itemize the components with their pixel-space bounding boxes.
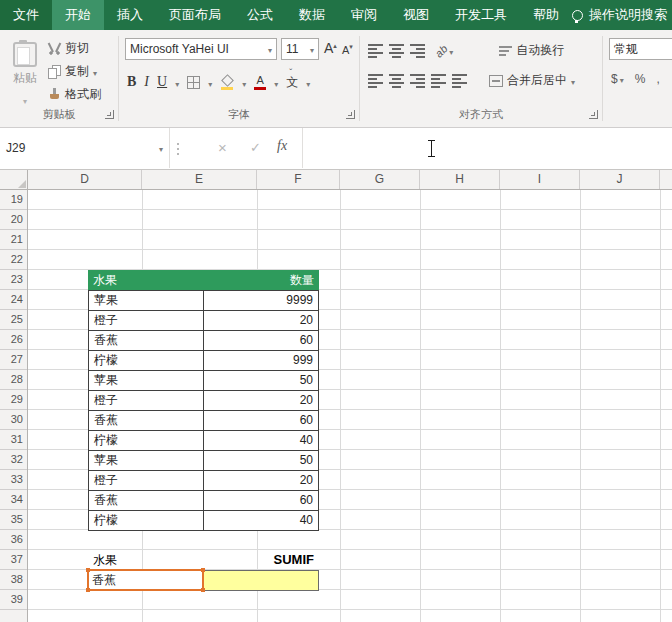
- enter-button[interactable]: ✓: [250, 140, 261, 155]
- paste-button[interactable]: 粘贴: [4, 36, 46, 108]
- ribbon-tab-文件[interactable]: 文件: [0, 0, 52, 30]
- align-right-icon[interactable]: [410, 74, 425, 88]
- row-header-20[interactable]: 20: [0, 210, 27, 230]
- row-header-31[interactable]: 31: [0, 430, 27, 450]
- col-header-G[interactable]: G: [340, 170, 420, 189]
- criteria-value-cell[interactable]: 香蕉: [87, 569, 204, 591]
- comma-style-button[interactable]: ,: [656, 72, 659, 86]
- font-dialog-launcher-icon[interactable]: [346, 110, 355, 119]
- alignment-dialog-launcher-icon[interactable]: [589, 110, 598, 119]
- row-header-39[interactable]: 39: [0, 590, 27, 610]
- qty-cell[interactable]: 60: [204, 331, 319, 351]
- row-header-33[interactable]: 33: [0, 470, 27, 490]
- decrease-indent-icon[interactable]: [431, 74, 446, 88]
- ribbon-tab-页面布局[interactable]: 页面布局: [156, 0, 234, 30]
- qty-cell[interactable]: 40: [204, 511, 319, 531]
- ribbon-tab-数据[interactable]: 数据: [286, 0, 338, 30]
- align-center-icon[interactable]: [389, 74, 404, 88]
- row-header-23[interactable]: 23: [0, 270, 27, 290]
- sumif-header-cell[interactable]: SUMIF: [203, 550, 319, 570]
- qty-header-cell[interactable]: 数量: [204, 270, 320, 290]
- fruit-cell[interactable]: 橙子: [89, 391, 204, 411]
- col-header-H[interactable]: H: [420, 170, 500, 189]
- currency-format-button[interactable]: $: [611, 72, 624, 86]
- col-header-partial[interactable]: [660, 170, 672, 189]
- fruit-cell[interactable]: 柠檬: [89, 431, 204, 451]
- font-name-combo[interactable]: Microsoft YaHei UI: [125, 38, 277, 60]
- ribbon-tab-帮助[interactable]: 帮助: [520, 0, 572, 30]
- row-header-29[interactable]: 29: [0, 390, 27, 410]
- italic-button[interactable]: I: [144, 74, 149, 90]
- fruit-cell[interactable]: 橙子: [89, 311, 204, 331]
- number-format-combo[interactable]: 常规: [609, 38, 672, 60]
- qty-cell[interactable]: 9999: [204, 291, 319, 311]
- fruit-cell[interactable]: 柠檬: [89, 351, 204, 371]
- qty-cell[interactable]: 60: [204, 491, 319, 511]
- increase-font-size-button[interactable]: A▴: [324, 40, 337, 56]
- align-middle-icon[interactable]: [389, 44, 404, 58]
- cancel-button[interactable]: ×: [218, 139, 227, 156]
- increase-indent-icon[interactable]: [452, 74, 467, 88]
- ribbon-tab-开发工具[interactable]: 开发工具: [442, 0, 520, 30]
- cut-button[interactable]: 剪切: [48, 37, 101, 60]
- clipboard-dialog-launcher-icon[interactable]: [105, 110, 114, 119]
- align-top-icon[interactable]: [368, 44, 383, 58]
- qty-cell[interactable]: 60: [204, 411, 319, 431]
- col-header-J[interactable]: J: [580, 170, 660, 189]
- qty-cell[interactable]: 20: [204, 471, 319, 491]
- font-size-combo[interactable]: 11: [281, 38, 319, 60]
- row-header-37[interactable]: 37: [0, 550, 27, 570]
- qty-cell[interactable]: 50: [204, 371, 319, 391]
- align-bottom-icon[interactable]: [410, 44, 425, 58]
- row-header-34[interactable]: 34: [0, 490, 27, 510]
- insert-function-button[interactable]: fx: [277, 138, 287, 154]
- name-box[interactable]: J29: [0, 128, 170, 168]
- row-header-26[interactable]: 26: [0, 330, 27, 350]
- format-painter-button[interactable]: 格式刷: [48, 83, 101, 106]
- ribbon-tab-公式[interactable]: 公式: [234, 0, 286, 30]
- select-all-corner[interactable]: [0, 170, 28, 190]
- ribbon-tab-视图[interactable]: 视图: [390, 0, 442, 30]
- fruit-cell[interactable]: 香蕉: [89, 411, 204, 431]
- copy-button[interactable]: 复制: [48, 60, 101, 83]
- qty-cell[interactable]: 40: [204, 431, 319, 451]
- sumif-result-cell[interactable]: [203, 570, 319, 591]
- fruit-cell[interactable]: 苹果: [89, 371, 204, 391]
- col-header-F[interactable]: F: [257, 170, 340, 189]
- row-header-38[interactable]: 38: [0, 570, 27, 590]
- row-header-35[interactable]: 35: [0, 510, 27, 530]
- formula-input[interactable]: [302, 128, 672, 168]
- row-header-25[interactable]: 25: [0, 310, 27, 330]
- align-left-icon[interactable]: [368, 74, 383, 88]
- col-header-D[interactable]: D: [28, 170, 142, 189]
- row-header-27[interactable]: 27: [0, 350, 27, 370]
- col-header-I[interactable]: I: [500, 170, 580, 189]
- ribbon-tab-开始[interactable]: 开始: [52, 0, 104, 30]
- row-header-24[interactable]: 24: [0, 290, 27, 310]
- fruit-cell[interactable]: 苹果: [89, 291, 204, 311]
- underline-button[interactable]: U: [157, 74, 167, 90]
- fruit-cell[interactable]: 苹果: [89, 451, 204, 471]
- qty-cell[interactable]: 50: [204, 451, 319, 471]
- percent-style-button[interactable]: %: [635, 72, 646, 86]
- row-header-28[interactable]: 28: [0, 370, 27, 390]
- qty-cell[interactable]: 20: [204, 311, 319, 331]
- row-header-19[interactable]: 19: [0, 190, 27, 210]
- merge-center-button[interactable]: 合并后居中: [489, 72, 575, 89]
- cells-area[interactable]: 水果 数量 苹果9999橙子20香蕉60柠檬999苹果50橙子20香蕉60柠檬4…: [28, 190, 672, 622]
- borders-icon[interactable]: [187, 76, 200, 89]
- fruit-cell[interactable]: 香蕉: [89, 331, 204, 351]
- row-header-32[interactable]: 32: [0, 450, 27, 470]
- wrap-text-button[interactable]: 自动换行: [499, 42, 564, 59]
- formula-bar-handle[interactable]: [172, 128, 184, 169]
- ribbon-tab-审阅[interactable]: 审阅: [338, 0, 390, 30]
- row-header-30[interactable]: 30: [0, 410, 27, 430]
- font-color-icon[interactable]: A: [254, 74, 266, 90]
- orientation-button[interactable]: ab: [435, 45, 453, 57]
- fruit-cell[interactable]: 柠檬: [89, 511, 204, 531]
- criteria-label-cell[interactable]: 水果: [88, 550, 203, 570]
- row-header-21[interactable]: 21: [0, 230, 27, 250]
- col-header-E[interactable]: E: [142, 170, 257, 189]
- fruit-cell[interactable]: 橙子: [89, 471, 204, 491]
- fill-color-icon[interactable]: [220, 75, 234, 90]
